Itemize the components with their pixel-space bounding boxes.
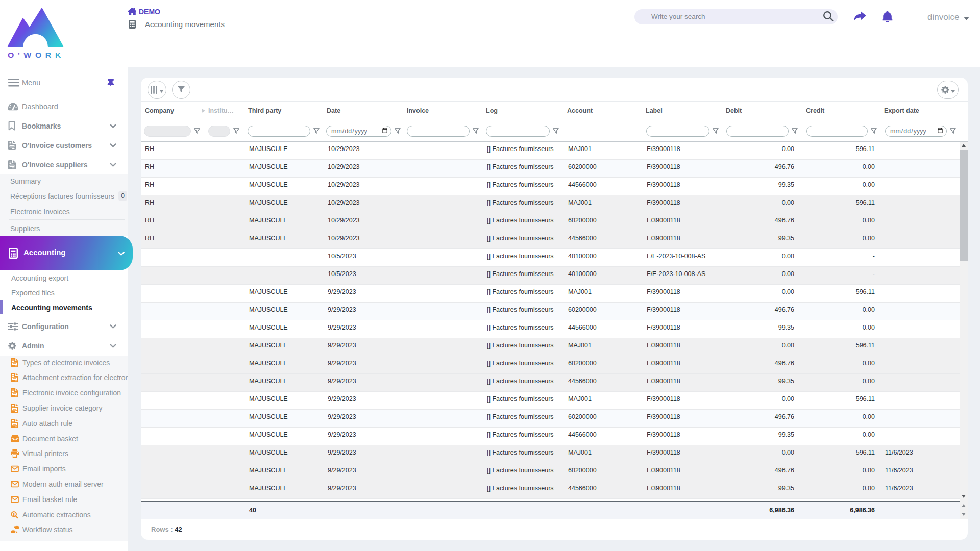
svg-text:$: $ bbox=[13, 512, 15, 516]
svg-text:O'WORK: O'WORK bbox=[8, 51, 65, 59]
